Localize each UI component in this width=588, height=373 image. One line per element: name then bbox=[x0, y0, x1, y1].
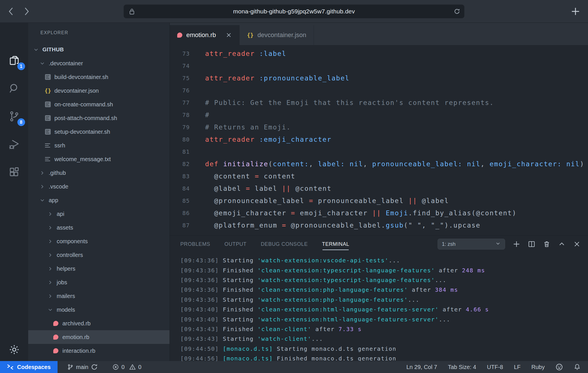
tree-item-mailers[interactable]: mailers bbox=[28, 289, 170, 303]
source-control-badge: 8 bbox=[17, 118, 25, 126]
explorer-activity-icon[interactable]: 1 bbox=[5, 51, 23, 70]
cursor-position[interactable]: Ln 29, Col 7 bbox=[406, 364, 437, 370]
panel-tabs: PROBLEMSOUTPUTDEBUG CONSOLETERMINAL bbox=[180, 236, 349, 253]
chevron-down-icon bbox=[38, 61, 46, 66]
codespaces-remote-button[interactable]: Codespaces bbox=[0, 361, 58, 373]
tree-item-label: controllers bbox=[57, 252, 83, 258]
tree-item-on-create-command-sh[interactable]: on-create-command.sh bbox=[28, 98, 170, 111]
tree-item-components[interactable]: components bbox=[28, 234, 170, 248]
branch-name: main bbox=[76, 364, 88, 370]
split-terminal-icon[interactable] bbox=[528, 240, 535, 248]
tree-item-devcontainer-json[interactable]: {}devcontainer.json bbox=[28, 84, 170, 98]
tab-size[interactable]: Tab Size: 4 bbox=[448, 364, 476, 370]
browser-forward-button[interactable] bbox=[23, 7, 30, 16]
line-number: 85 bbox=[170, 197, 190, 204]
kill-terminal-trash-icon[interactable] bbox=[543, 240, 550, 248]
warnings-icon bbox=[129, 364, 136, 370]
tree-item-label: assets bbox=[57, 224, 73, 231]
ruby-file-icon bbox=[52, 348, 60, 353]
editor-tab-devcontainer-json[interactable]: {}devcontainer.json bbox=[240, 25, 314, 45]
branch-indicator[interactable]: main bbox=[67, 364, 98, 370]
panel-tab-debug-console[interactable]: DEBUG CONSOLE bbox=[261, 236, 308, 253]
tree-item-github[interactable]: .github bbox=[28, 166, 170, 180]
encoding[interactable]: UTF-8 bbox=[487, 364, 503, 370]
settings-gear-icon[interactable] bbox=[0, 344, 28, 355]
code-editor[interactable]: 73attr_reader :label7475attr_reader :pro… bbox=[170, 45, 588, 235]
warning-count: 0 bbox=[138, 364, 141, 370]
language-mode[interactable]: Ruby bbox=[531, 364, 545, 370]
tree-item-models[interactable]: models bbox=[28, 303, 170, 317]
tree-item-archived-rb[interactable]: archived.rb bbox=[28, 317, 170, 330]
tree-item-emotion-rb[interactable]: emotion.rb bbox=[28, 330, 170, 344]
tree-item-build-devcontainer-sh[interactable]: build-devcontainer.sh bbox=[28, 70, 170, 84]
extensions-activity-icon[interactable] bbox=[5, 163, 23, 181]
list-file-icon bbox=[44, 157, 52, 161]
notifications-bell-icon[interactable] bbox=[574, 364, 581, 370]
tree-item-ssrh[interactable]: ssrh bbox=[28, 139, 170, 152]
code-text: @emoji_character = emoji_character || Em… bbox=[205, 209, 517, 217]
tree-item-vscode[interactable]: .vscode bbox=[28, 180, 170, 193]
panel-header: PROBLEMSOUTPUTDEBUG CONSOLETERMINAL 1: z… bbox=[170, 236, 588, 253]
panel-tab-output[interactable]: OUTPUT bbox=[224, 236, 247, 253]
code-line-80: 80attr_reader :emoji_character bbox=[170, 133, 588, 145]
code-line-87: 87 @platform_enum = @pronounceable_label… bbox=[170, 219, 588, 231]
tree-item-api[interactable]: api bbox=[28, 207, 170, 221]
terminal-line: [09:43:43] Starting 'watch-client'... bbox=[180, 334, 588, 344]
tree-item-jobs[interactable]: jobs bbox=[28, 275, 170, 289]
line-number: 82 bbox=[170, 161, 190, 167]
error-count: 0 bbox=[121, 364, 124, 370]
lock-icon[interactable] bbox=[129, 8, 135, 16]
panel-tab-problems[interactable]: PROBLEMS bbox=[180, 236, 210, 253]
problems-indicator[interactable]: 0 0 bbox=[113, 364, 141, 370]
chevron-right-icon bbox=[46, 225, 54, 230]
tree-item-devcontainer[interactable]: .devcontainer bbox=[28, 56, 170, 70]
tree-item-github[interactable]: GITHUB bbox=[28, 43, 170, 56]
code-text: def initialize(content:, label: nil, pro… bbox=[205, 160, 584, 168]
line-number: 81 bbox=[170, 148, 190, 155]
new-tab-button[interactable] bbox=[570, 6, 581, 18]
code-text: @label = label || @content bbox=[205, 185, 332, 192]
tree-item-welcome-message-txt[interactable]: welcome_message.txt bbox=[28, 152, 170, 166]
code-line-85: 85 @pronounceable_label = pronounceable_… bbox=[170, 194, 588, 207]
code-text: @platform_enum = @pronounceable_label.gs… bbox=[205, 222, 481, 229]
code-text: attr_reader :emoji_character bbox=[205, 136, 332, 143]
ruby-file-icon bbox=[52, 335, 60, 340]
status-bar: Codespaces main 0 0 Ln 29, Col 7 Tab Siz… bbox=[0, 361, 588, 373]
terminal-line: [09:43:36] Starting 'watch-extension:typ… bbox=[180, 275, 588, 285]
terminal-shell-select[interactable]: 1: zsh bbox=[438, 239, 505, 250]
run-debug-activity-icon[interactable] bbox=[5, 135, 23, 153]
url-bar[interactable]: mona-github-github-g59jpq2w5w7.github.de… bbox=[124, 5, 464, 18]
close-tab-icon[interactable] bbox=[226, 32, 232, 38]
tree-item-setup-devcontainer-sh[interactable]: setup-devcontainer.sh bbox=[28, 125, 170, 139]
panel-tab-terminal[interactable]: TERMINAL bbox=[322, 236, 349, 253]
maximize-panel-icon[interactable] bbox=[558, 240, 565, 248]
tree-item-helpers[interactable]: helpers bbox=[28, 262, 170, 275]
explorer-badge: 1 bbox=[17, 62, 25, 70]
source-control-activity-icon[interactable]: 8 bbox=[5, 107, 23, 125]
editor-tab-emotion-rb[interactable]: emotion.rb bbox=[170, 25, 240, 45]
new-terminal-icon[interactable] bbox=[513, 240, 520, 248]
url-text[interactable]: mona-github-github-g59jpq2w5w7.github.de… bbox=[124, 8, 464, 15]
tree-item-assets[interactable]: assets bbox=[28, 221, 170, 234]
chevron-right-icon bbox=[46, 239, 54, 244]
tree-item-interaction-rb[interactable]: interaction.rb bbox=[28, 344, 170, 358]
activity-bar: 1 8 bbox=[0, 23, 28, 361]
browser-back-button[interactable] bbox=[7, 7, 15, 16]
search-activity-icon[interactable] bbox=[5, 79, 23, 98]
tree-item-label: .github bbox=[49, 170, 66, 176]
terminal-output[interactable]: [09:43:36] Starting 'watch-extension:vsc… bbox=[170, 253, 588, 361]
feedback-smiley-icon[interactable] bbox=[556, 363, 563, 371]
shell-file-icon bbox=[44, 129, 52, 135]
code-text: attr_reader :pronounceable_label bbox=[205, 74, 350, 82]
tree-item-post-attach-command-sh[interactable]: post-attach-command.sh bbox=[28, 111, 170, 125]
tree-item-controllers[interactable]: controllers bbox=[28, 248, 170, 262]
tree-item-label: setup-devcontainer.sh bbox=[54, 129, 110, 135]
line-number: 87 bbox=[170, 222, 190, 229]
close-panel-icon[interactable] bbox=[573, 240, 581, 248]
line-number: 73 bbox=[170, 50, 190, 57]
code-text: # bbox=[205, 111, 210, 119]
refresh-icon[interactable] bbox=[454, 8, 460, 16]
code-text: attr_reader :label bbox=[205, 50, 286, 57]
tree-item-app[interactable]: app bbox=[28, 193, 170, 207]
eol-indicator[interactable]: LF bbox=[514, 364, 520, 370]
